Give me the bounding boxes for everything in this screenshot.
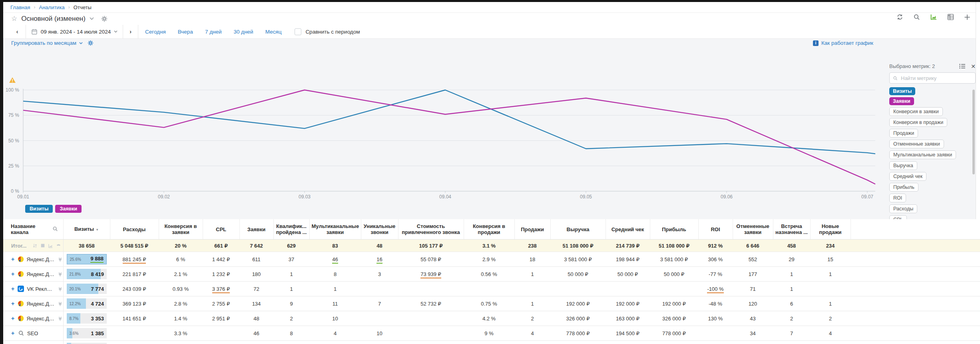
integration-icon[interactable]	[58, 272, 63, 277]
page-scrollbar-gutter[interactable]	[976, 2, 980, 219]
quick-link[interactable]: 30 дней	[234, 29, 253, 35]
quick-link[interactable]: Вчера	[178, 29, 193, 35]
visits-bar-cell[interactable]: 3.6%1 385	[67, 328, 107, 338]
column-header[interactable]: Визиты▼	[63, 219, 110, 240]
period-next-button[interactable]: ›	[123, 25, 138, 38]
chevron-down-icon[interactable]	[90, 17, 94, 20]
metric-chip[interactable]: Прибыль	[889, 183, 918, 192]
metric-chip[interactable]: ROI	[889, 194, 906, 202]
metric-chip[interactable]: Конверсия в заявки	[889, 107, 943, 116]
metric-chip-selected[interactable]: Заявки	[889, 97, 914, 105]
compare-checkbox[interactable]	[295, 28, 301, 35]
integration-icon[interactable]	[58, 316, 63, 321]
integration-icon[interactable]	[58, 286, 63, 292]
column-header[interactable]: Уникальные звонки	[361, 219, 398, 240]
expand-row-button[interactable]: +	[11, 256, 15, 262]
channel-name[interactable]: Яндекс.Дир...	[27, 316, 55, 322]
expand-row-button[interactable]: +	[11, 271, 15, 277]
table-cell: 0.56 %	[464, 267, 514, 282]
expand-row-button[interactable]: +	[11, 286, 15, 292]
chart-view-icon[interactable]	[930, 14, 937, 20]
period-prev-button[interactable]: ‹	[9, 25, 26, 38]
report-title[interactable]: Основной (изменен)	[21, 15, 86, 23]
favorite-star-icon[interactable]: ☆	[11, 15, 17, 22]
channel-name[interactable]: SEO	[27, 330, 38, 336]
channel-name[interactable]: Яндекс.Дир...	[27, 271, 55, 277]
expand-row-button[interactable]: +	[11, 315, 15, 322]
channel-name[interactable]: Яндекс.Дир...	[27, 256, 55, 262]
table-cell: 1.4 %	[464, 341, 514, 344]
metrics-list-icon[interactable]	[959, 64, 966, 69]
column-header[interactable]: CPL	[203, 219, 239, 240]
column-header[interactable]: Встреча назначена ...	[773, 219, 810, 240]
columns-icon[interactable]	[40, 243, 45, 248]
metric-chip[interactable]: Выручка	[889, 161, 917, 170]
column-header[interactable]: Квалифик... пройдена ...	[273, 219, 309, 240]
column-header[interactable]: Средний чек	[606, 219, 650, 240]
quick-link[interactable]: Месяц	[265, 29, 282, 35]
column-header[interactable]: Новые продажи	[810, 219, 851, 240]
table-cell: 3.3 %	[159, 326, 203, 341]
breadcrumb-home[interactable]: Главная	[10, 4, 30, 10]
metric-chip[interactable]: Средний чек	[889, 172, 926, 181]
table-cell: 163 000 ₽	[606, 311, 650, 326]
channel-name[interactable]: Яндекс.Дир...	[27, 301, 55, 307]
column-header[interactable]: Отмененные заявки	[733, 219, 773, 240]
group-by-selector[interactable]: Группировать по месяцам	[11, 40, 94, 46]
metric-chip[interactable]: Мультиканальные заявки	[889, 150, 956, 159]
expand-row-button[interactable]: +	[11, 330, 15, 336]
column-header[interactable]: Продажи	[514, 219, 550, 240]
date-range-selector[interactable]: 09 янв. 2024 - 14 июля 2024	[26, 25, 123, 38]
visits-bar-cell[interactable]: 25.6%9 888	[67, 254, 107, 264]
column-header[interactable]: Расходы	[110, 219, 159, 240]
column-header[interactable]: Выручка	[550, 219, 606, 240]
channel-name[interactable]: VK Реклама	[27, 286, 54, 292]
column-header[interactable]: Прибыль	[650, 219, 698, 240]
visits-bar-cell[interactable]: 12.2%4 724	[67, 298, 107, 309]
metric-search-box	[889, 72, 976, 84]
calls-icon[interactable]	[56, 243, 61, 248]
refresh-icon[interactable]	[896, 14, 903, 20]
chart-icon[interactable]	[48, 243, 53, 248]
column-header[interactable]: ROI	[698, 219, 733, 240]
legend-chip[interactable]: Заявки	[55, 205, 82, 213]
legend-chip[interactable]: Визиты	[25, 205, 53, 213]
column-header[interactable]: Конверсия в продажи	[464, 219, 514, 240]
column-header[interactable]: Заявки	[239, 219, 273, 240]
visits-bar-cell[interactable]: 21.8%8 419	[67, 269, 107, 279]
table-cell: 1	[273, 267, 309, 282]
close-icon[interactable]: ✕	[971, 64, 976, 69]
column-header[interactable]: Конверсия в заявки	[159, 219, 203, 240]
chart-settings-gear-icon[interactable]	[88, 40, 94, 46]
visits-value: 3 353	[91, 316, 104, 322]
integration-icon[interactable]	[58, 301, 63, 306]
metric-chip[interactable]: Конверсия в продажи	[889, 118, 947, 127]
column-header[interactable]: Стоимость привлеченного звонка	[398, 219, 464, 240]
metric-search-input[interactable]	[900, 75, 972, 82]
metric-chip[interactable]: Отмененные заявки	[889, 140, 944, 148]
metric-chip[interactable]: Расходы	[889, 204, 917, 213]
search-icon[interactable]	[913, 14, 920, 20]
breadcrumb-analytics[interactable]: Аналитика	[39, 4, 64, 10]
metric-chip[interactable]: Продажи	[889, 129, 918, 138]
column-search-icon[interactable]	[52, 226, 58, 233]
quick-link[interactable]: 7 дней	[205, 29, 222, 35]
quick-link[interactable]: Сегодня	[145, 29, 166, 35]
column-header[interactable]: Название канала	[3, 219, 63, 240]
table-cell: 4	[309, 326, 361, 341]
sort-icon[interactable]	[32, 243, 38, 248]
add-icon[interactable]	[964, 14, 970, 20]
metric-chip-selected[interactable]: Визиты	[889, 87, 915, 95]
visits-bar-cell[interactable]: 8.7%3 353	[67, 313, 107, 324]
metrics-scrollbar[interactable]	[972, 90, 975, 174]
excel-export-icon[interactable]	[947, 14, 954, 20]
chart-help-link[interactable]: i Как работает график	[813, 40, 873, 46]
report-settings-gear-icon[interactable]	[101, 16, 108, 22]
column-header-label: Выручка	[567, 226, 590, 232]
visits-bar-cell[interactable]: 20.1%7 774	[67, 284, 107, 294]
warning-icon[interactable]	[9, 77, 16, 85]
expand-row-button[interactable]: +	[11, 300, 15, 307]
integration-icon[interactable]	[58, 257, 63, 262]
column-header[interactable]: Мультиканальные заявки	[309, 219, 361, 240]
column-header-label: CPL	[216, 226, 226, 232]
